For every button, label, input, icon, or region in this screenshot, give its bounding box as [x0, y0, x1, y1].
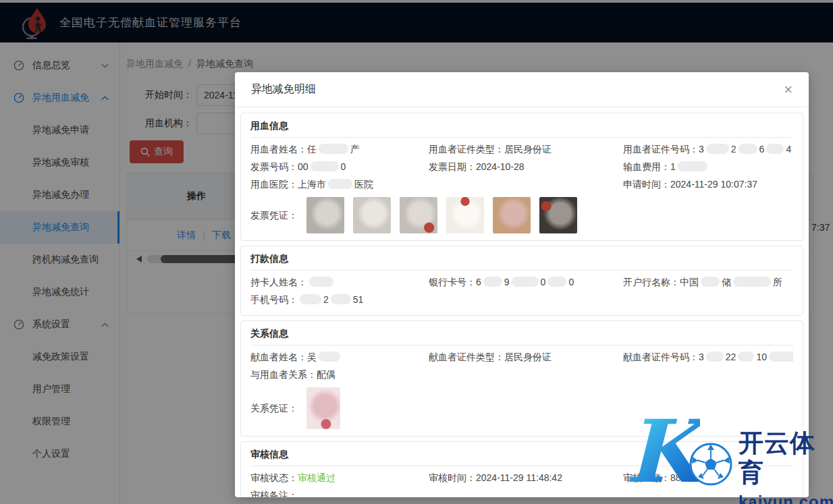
- field-value-text: 2024-11-29 11:48:42: [476, 472, 562, 483]
- field: 审核状态：审核通过: [250, 469, 425, 486]
- field-value-text: 居民身份证: [504, 352, 552, 362]
- modal-body: 用血信息用血者姓名：任产用血者证件类型：居民身份证用血者证件号码：3264发票号…: [235, 107, 809, 497]
- voucher-thumbnail[interactable]: [306, 387, 340, 429]
- field: 开户行名称：中国储所: [623, 273, 793, 291]
- field: 用血者证件号码：3264: [623, 140, 793, 158]
- field-label: 审核时间：: [429, 472, 476, 483]
- field-label: 审核备注：: [250, 490, 298, 497]
- field-label: 献血者证件号码：: [623, 352, 699, 362]
- field-row: 用血者姓名：任产用血者证件类型：居民身份证用血者证件号码：3264: [250, 140, 793, 158]
- field-value-text: 10: [756, 352, 767, 362]
- field-label: 审核状态：: [250, 472, 298, 483]
- field-value-text: 6: [759, 144, 765, 155]
- field-value-text: 2024-10-28: [476, 161, 525, 172]
- field-value-text: 2: [323, 294, 329, 305]
- redacted-blob: [706, 144, 729, 154]
- field-label: 发票号码：: [250, 161, 298, 172]
- section-card-3: 审核信息审核状态：审核通过审核时间：2024-11-29 11:48:42审核金…: [240, 441, 803, 497]
- redacted-blob: [483, 277, 502, 287]
- redacted-blob: [328, 179, 352, 189]
- field-label: 开户行名称：: [623, 277, 680, 287]
- field: 审核时间：2024-11-29 11:48:42: [429, 469, 619, 486]
- field-label: 用血者证件号码：: [623, 144, 699, 155]
- field: 献血者姓名：吴: [250, 348, 425, 366]
- field-label: 审核金额：: [623, 472, 670, 483]
- field-label: 持卡人姓名：: [250, 277, 307, 287]
- field-value-text: 审核通过: [298, 472, 335, 483]
- voucher-row: 发票凭证：: [250, 197, 793, 233]
- section-card-1: 打款信息持卡人姓名：银行卡号：6900开户行名称：中国储所手机号码：251: [240, 246, 803, 316]
- redacted-blob: [678, 161, 707, 171]
- field: 银行卡号：6900: [429, 273, 619, 291]
- field-label: 用血者证件类型：: [429, 144, 504, 155]
- page: 全国电子无偿献血证管理服务平台 信息总览异地用血减免异地减免申请异地减免审核异地…: [0, 0, 833, 504]
- field-value-text: 4: [786, 144, 791, 155]
- field: 用血者证件类型：居民身份证: [429, 140, 619, 158]
- modal-header: 异地减免明细 ×: [235, 72, 809, 107]
- close-icon[interactable]: ×: [784, 82, 792, 97]
- redacted-blob: [311, 161, 339, 171]
- redacted-blob: [733, 277, 771, 287]
- field-value-text: 0: [341, 161, 346, 172]
- voucher-thumbnail[interactable]: [493, 197, 531, 233]
- field-label: 手机号码：: [250, 294, 298, 305]
- field: 审核金额：880: [623, 469, 793, 486]
- field-value-text: 医院: [354, 179, 373, 190]
- field-value-text: 3: [699, 144, 704, 155]
- redacted-blob: [738, 144, 757, 154]
- field-row: 与用血者关系：配偶: [250, 366, 793, 383]
- field-value-text: 0: [541, 277, 546, 287]
- field-value-text: 居民身份证: [504, 144, 552, 155]
- field: 手机号码：251: [250, 291, 793, 308]
- field-value-text: 中国: [680, 277, 699, 287]
- field: 发票号码：000: [250, 158, 425, 175]
- voucher-thumbnail[interactable]: [400, 197, 437, 233]
- field: 输血费用：1: [623, 158, 793, 175]
- field: 申请时间：2024-11-29 10:07:37: [623, 175, 793, 193]
- field: 用血医院：上海市医院: [250, 175, 425, 193]
- field-label: 与用血者关系：: [250, 369, 317, 380]
- field-label: 献血者证件类型：: [429, 352, 504, 362]
- field: 持卡人姓名：: [250, 273, 425, 291]
- field-value-text: 任: [307, 144, 317, 155]
- voucher-thumbnail[interactable]: [353, 197, 391, 233]
- field-value-text: 9: [504, 277, 510, 287]
- field-value-text: 产: [350, 144, 360, 155]
- field: [429, 175, 619, 193]
- field-value-text: 上海市: [298, 179, 326, 190]
- field-value-text: 2024-11-29 10:07:37: [670, 179, 757, 190]
- field-value-text: 储: [722, 277, 731, 287]
- field-label: 用血医院：: [250, 179, 298, 190]
- section-card-2: 关系信息献血者姓名：吴献血者证件类型：居民身份证献血者证件号码：32210与用血…: [240, 320, 803, 437]
- section-card-0: 用血信息用血者姓名：任产用血者证件类型：居民身份证用血者证件号码：3264发票号…: [240, 113, 803, 241]
- redacted-blob: [512, 277, 539, 287]
- field-label: 发票日期：: [429, 161, 476, 172]
- field-value-text: 吴: [307, 352, 317, 362]
- redacted-blob: [738, 352, 754, 362]
- field: 献血者证件号码：32210: [623, 348, 793, 366]
- field-value-text: 880: [670, 472, 686, 483]
- section-title: 打款信息: [250, 253, 793, 271]
- field-label: 银行卡号：: [429, 277, 476, 287]
- field-value-text: 0: [568, 277, 574, 287]
- reduction-detail-modal: 异地减免明细 × 用血信息用血者姓名：任产用血者证件类型：居民身份证用血者证件号…: [235, 72, 809, 497]
- field-row: 发票号码：000发票日期：2024-10-28输血费用：1: [250, 158, 793, 175]
- field-row: 献血者姓名：吴献血者证件类型：居民身份证献血者证件号码：32210: [250, 348, 793, 366]
- field-value-text: 3: [699, 352, 704, 362]
- field-row: 审核备注：: [250, 486, 793, 497]
- redacted-blob: [331, 294, 351, 304]
- redacted-blob: [300, 294, 321, 304]
- field-row: 持卡人姓名：银行卡号：6900开户行名称：中国储所: [250, 273, 793, 291]
- field-value-text: 所: [773, 277, 782, 287]
- field-label: 输血费用：: [623, 161, 670, 172]
- field-value-text: 配偶: [317, 369, 335, 380]
- redacted-blob: [319, 144, 348, 154]
- voucher-thumbnail[interactable]: [539, 197, 577, 233]
- field-label: 用血者姓名：: [250, 144, 307, 155]
- voucher-thumbnail[interactable]: [306, 197, 344, 233]
- field-label: 献血者姓名：: [250, 352, 307, 362]
- section-title: 审核信息: [250, 449, 793, 466]
- redacted-blob: [706, 352, 724, 362]
- voucher-thumbnail[interactable]: [446, 197, 484, 233]
- field: 与用血者关系：配偶: [250, 366, 793, 383]
